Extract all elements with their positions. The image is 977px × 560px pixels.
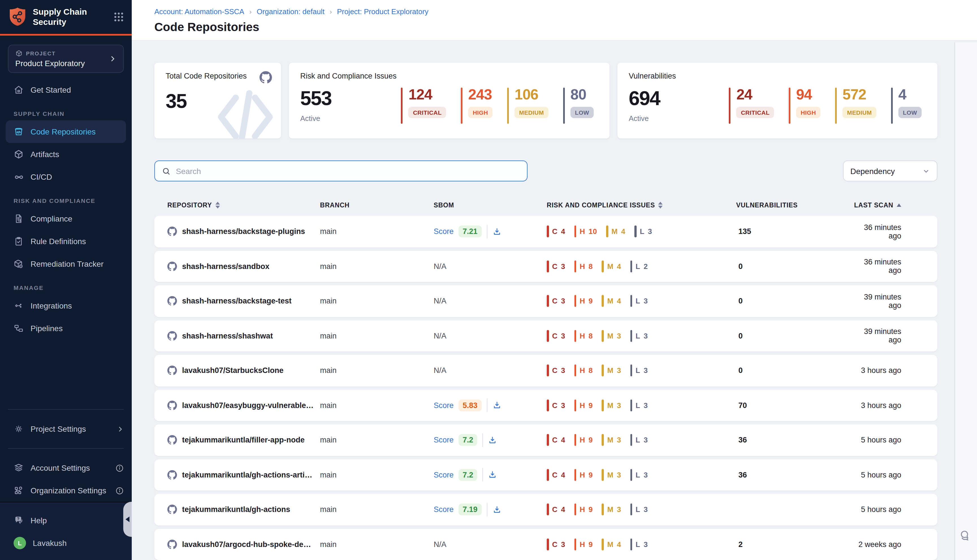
sbom-score-value: 7.2: [459, 434, 478, 446]
chevron-down-icon: [922, 167, 930, 175]
table-row[interactable]: tejakummarikuntla/gh-actions main Score7…: [154, 494, 937, 525]
sidebar-item-get-started[interactable]: Get Started: [0, 78, 132, 101]
table-row[interactable]: shash-harness/backstage-test main N/A C3…: [154, 285, 937, 317]
branch-cell: main: [320, 297, 434, 305]
table-row[interactable]: shash-harness/sandbox main N/A C3H8M4L2 …: [154, 251, 937, 282]
table-row[interactable]: tejakummarikuntla/gh-actions-artifacts m…: [154, 459, 937, 490]
breadcrumb: Account: Automation-SSCA › Organization:…: [154, 7, 977, 16]
divider: [8, 448, 124, 449]
help-chat-icon: ?: [13, 515, 24, 525]
severity-bar: [630, 365, 632, 377]
sidebar-item-project-settings[interactable]: Project Settings: [0, 418, 132, 440]
cube-icon: [13, 149, 24, 159]
vulnerabilities-cell: 2: [736, 540, 849, 549]
severity-letter: L: [636, 367, 640, 375]
severity-bar: [401, 88, 403, 124]
dependency-filter-dropdown[interactable]: Dependency: [843, 160, 937, 182]
column-header-repository[interactable]: REPOSITORY: [167, 202, 320, 208]
download-sbom-button[interactable]: [488, 470, 497, 480]
severity-count: 3: [648, 227, 652, 236]
sbom-score-label: Score: [434, 505, 454, 514]
sidebar-item-organization-settings[interactable]: Organization Settings: [0, 479, 132, 502]
github-icon: [167, 262, 177, 271]
severity-bar: [891, 88, 893, 124]
download-sbom-button[interactable]: [488, 436, 497, 445]
severity-letter: L: [636, 471, 640, 479]
table-row[interactable]: lavakush07/argocd-hub-spoke-demo main N/…: [154, 528, 937, 560]
vulnerabilities-cell: 0: [736, 262, 849, 271]
breadcrumb-account-link[interactable]: Account: Automation-SSCA: [154, 7, 244, 16]
severity-letter: H: [580, 297, 585, 305]
severity-letter: M: [611, 227, 618, 236]
info-icon[interactable]: [115, 463, 124, 472]
severity-bar: [574, 295, 576, 307]
divider: [486, 399, 487, 412]
code-repo-icon: [13, 127, 24, 137]
sidebar-item-integrations[interactable]: Integrations: [0, 294, 132, 317]
sbom-score-label: Score: [434, 401, 454, 410]
main-area: Account: Automation-SSCA › Organization:…: [132, 0, 977, 560]
column-header-vulnerabilities: VULNERABILITIES: [736, 202, 849, 208]
sidebar-bottom: ? Help L Lavakush: [0, 502, 132, 560]
column-header-last-scan[interactable]: LAST SCAN: [849, 202, 901, 208]
chevron-separator-icon: ›: [330, 8, 332, 15]
severity-bar: [630, 330, 632, 342]
sidebar-item-ci-cd[interactable]: CI/CD: [0, 165, 132, 188]
app-switcher-grid-icon[interactable]: [114, 12, 124, 22]
table-row[interactable]: shash-harness/shashwat main N/A C3H8M3L3…: [154, 320, 937, 352]
high-issues-chip: H9: [574, 434, 593, 446]
user-menu[interactable]: L Lavakush: [0, 532, 132, 554]
low-issues-chip: L3: [630, 295, 648, 307]
severity-letter: H: [580, 505, 585, 514]
layers-gear-icon: [13, 463, 24, 473]
medium-issues-chip: M4: [602, 295, 621, 307]
breadcrumb-organization-link[interactable]: Organization: default: [257, 7, 324, 16]
download-sbom-button[interactable]: [492, 227, 501, 236]
column-header-risk-issues[interactable]: RISK AND COMPLIANCE ISSUES: [547, 202, 736, 208]
sidebar-item-remediation-tracker[interactable]: Remediation Tracker: [0, 253, 132, 275]
table-body: shash-harness/backstage-plugins main Sco…: [154, 216, 937, 560]
info-icon[interactable]: [115, 486, 124, 495]
sidebar-collapse-handle[interactable]: [123, 502, 132, 537]
nav-section-heading: RISK AND COMPLIANCE: [13, 197, 118, 204]
org-chart-gear-icon: [13, 485, 24, 496]
table-row[interactable]: lavakush07/easybuggy-vulnerable-app… mai…: [154, 390, 937, 421]
search-input[interactable]: [176, 167, 520, 175]
github-icon: [167, 401, 177, 410]
low-issues-chip: L3: [635, 226, 652, 238]
download-sbom-button[interactable]: [492, 505, 501, 514]
repository-cell: shash-harness/sandbox: [167, 262, 320, 271]
sbom-cell: Score7.2: [434, 468, 547, 482]
sidebar-item-compliance[interactable]: Compliance: [0, 207, 132, 230]
summary-cards: Total Code Repositories 35 Risk and Comp…: [154, 63, 937, 138]
sidebar-item-code-repositories[interactable]: Code Repositories: [6, 120, 126, 143]
severity-bar: [547, 434, 549, 446]
scrollbar-track[interactable]: [954, 42, 955, 560]
support-chat-icon[interactable]: [958, 528, 971, 542]
sidebar-item-account-settings[interactable]: Account Settings: [0, 457, 132, 479]
severity-bar: [547, 260, 549, 272]
last-scan-cell: 36 minutes ago: [849, 223, 901, 240]
sbom-cell: Score5.83: [434, 399, 547, 412]
sbom-cell: Score7.2: [434, 433, 547, 447]
breadcrumb-project-link[interactable]: Project: Product Exploratory: [337, 7, 429, 16]
home-icon: [13, 85, 24, 95]
sidebar-item-rule-definitions[interactable]: Rule Definitions: [0, 230, 132, 253]
sidebar-item-artifacts[interactable]: Artifacts: [0, 143, 132, 165]
sidebar-item-pipelines[interactable]: Pipelines: [0, 317, 132, 340]
sidebar-item-label: Account Settings: [30, 463, 90, 472]
table-row[interactable]: shash-harness/backstage-plugins main Sco…: [154, 216, 937, 247]
severity-letter: H: [580, 471, 585, 479]
sidebar-item-help[interactable]: ? Help: [0, 509, 132, 532]
download-sbom-button[interactable]: [492, 401, 501, 410]
repository-cell: lavakush07/argocd-hub-spoke-demo: [167, 540, 320, 549]
severity-stat: 24 CRITICAL: [729, 87, 774, 124]
table-row[interactable]: lavakush07/StarbucksClone main N/A C3H8M…: [154, 355, 937, 386]
project-selector[interactable]: PROJECT Product Exploratory: [8, 45, 124, 73]
severity-bar: [574, 226, 576, 238]
severity-letter: C: [552, 436, 558, 445]
severity-letter: M: [607, 262, 613, 271]
severity-bar: [574, 469, 576, 481]
github-icon: [167, 435, 177, 445]
table-row[interactable]: tejakummarikuntla/filler-app-node main S…: [154, 424, 937, 456]
